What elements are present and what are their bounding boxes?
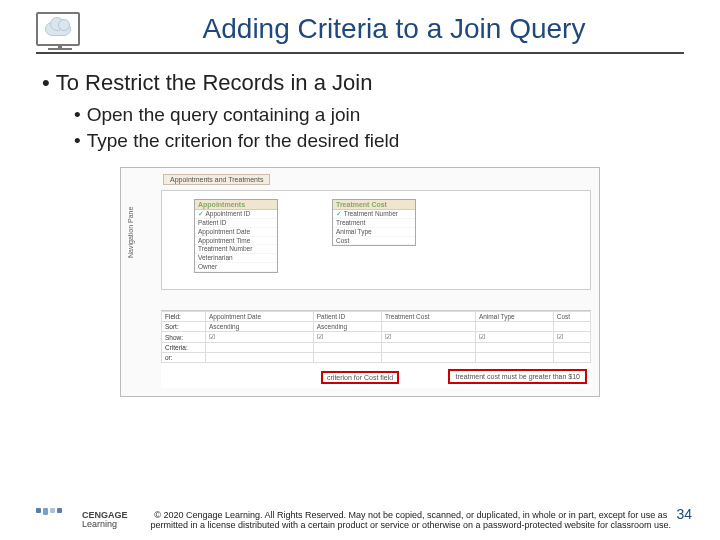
cell: Animal Type [475,312,553,322]
field: Veterinarian [195,254,277,263]
row-label: Show: [162,332,206,343]
callout-criterion: criterion for Cost field [321,371,399,384]
cell: Ascending [206,322,314,332]
cengage-logo: CENGAGE Learning [36,508,128,532]
field: Appointment ID [195,210,277,219]
field: Treatment Number [333,210,415,219]
table-appointments: Appointments Appointment ID Patient ID A… [194,199,278,273]
query-tab: Appointments and Treatments [163,174,270,185]
bullet-level2: •Open the query containing a join [74,102,678,128]
callout-note: treatment cost must be greater than $10 [448,369,587,384]
page-number: 34 [676,506,692,522]
row-label: Criteria: [162,343,206,353]
table-treatment-cost: Treatment Cost Treatment Number Treatmen… [332,199,416,246]
cell: Patient ID [313,312,381,322]
field: Patient ID [195,219,277,228]
slide-title: Adding Criteria to a Join Query [104,13,684,45]
bullet-text: Open the query containing a join [87,104,361,125]
monitor-icon [36,12,80,46]
cell: Ascending [313,322,381,332]
field: Appointment Time [195,237,277,246]
screenshot-figure: Appointments and Treatments Navigation P… [120,167,600,397]
row-label: Sort: [162,322,206,332]
field: Owner [195,263,277,272]
cell: Appointment Date [206,312,314,322]
copyright-text: © 2020 Cengage Learning. All Rights Rese… [138,510,684,531]
bullet-level1: •To Restrict the Records in a Join [42,70,678,96]
cell: Cost [553,312,590,322]
field: Animal Type [333,228,415,237]
design-grid-table: Field: Appointment Date Patient ID Treat… [161,311,591,363]
bullet-text: Type the criterion for the desired field [87,130,400,151]
footer: CENGAGE Learning © 2020 Cengage Learning… [36,508,684,532]
cloud-icon [45,22,71,36]
table-header: Appointments [195,200,277,210]
row-label: Field: [162,312,206,322]
header: Adding Criteria to a Join Query [36,12,684,54]
brand-line2: Learning [82,520,128,529]
slide: Adding Criteria to a Join Query •To Rest… [0,0,720,540]
field: Cost [333,237,415,246]
field: Appointment Date [195,228,277,237]
bullet-text: To Restrict the Records in a Join [56,70,373,95]
field: Treatment Number [195,245,277,254]
nav-pane-label: Navigation Pane [127,207,134,258]
field: Treatment [333,219,415,228]
cell: Treatment Cost [381,312,475,322]
bullet-level2: •Type the criterion for the desired fiel… [74,128,678,154]
table-header: Treatment Cost [333,200,415,210]
content: •To Restrict the Records in a Join •Open… [36,54,684,397]
query-design-upper: Appointments Appointment ID Patient ID A… [161,190,591,290]
row-label: or: [162,353,206,363]
